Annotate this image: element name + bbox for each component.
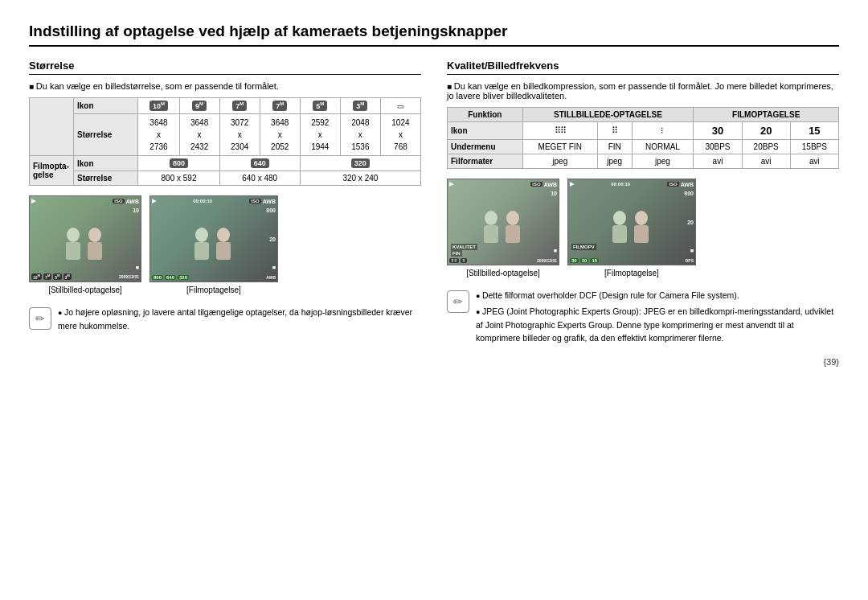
- right-note-text: Dette filformat overholder DCF (Design r…: [476, 289, 839, 344]
- cam-left-iso: ISO: [113, 199, 124, 203]
- right-section-title: Kvalitet/Billedfrekvens: [447, 60, 839, 75]
- cam-left-7m: 7M: [43, 273, 51, 280]
- qual-filformater-label: Filformater: [448, 154, 523, 169]
- cam-r-still-awb: AWB: [544, 182, 557, 187]
- size-icon-7m-alt: 7M: [260, 98, 300, 114]
- cam-film-320b: 320: [178, 275, 189, 280]
- ikon-header: Ikon: [74, 98, 138, 114]
- page-number: {39}: [29, 357, 839, 367]
- storrelse-label: Størrelse: [74, 114, 138, 156]
- left-section: Størrelse Du kan vælge en billedstørrels…: [29, 60, 421, 344]
- qual-30bps: 30BPS: [694, 140, 742, 154]
- size-val-9m: 3648x2432: [179, 114, 219, 156]
- qual-icon-medium: ⠿: [597, 122, 632, 140]
- qual-fmt-avi3: avi: [790, 154, 838, 169]
- cam-r-film-awb: AWB: [681, 182, 694, 187]
- left-film-caption: [Filmoptagelse]: [186, 286, 241, 294]
- qual-fmt-jpeg1: jpeg: [522, 154, 597, 169]
- size-val-small: 1024x768: [380, 114, 420, 156]
- cam-film-awb2: AWB: [266, 275, 276, 280]
- cam-film-iso: ISO: [249, 199, 260, 203]
- size-icon-9m: 9M: [179, 98, 219, 114]
- qual-fmt-jpeg2: jpeg: [597, 154, 632, 169]
- cam-r-film-800: 800: [684, 191, 694, 196]
- film-ikon-label: Ikon: [74, 156, 138, 171]
- cam-left-shots2: ■: [136, 265, 139, 270]
- cam-left-awb: AWB: [126, 199, 139, 204]
- cam-r-still-iso: ISO: [530, 182, 542, 187]
- qual-icon-coarse: ⁝: [632, 122, 694, 140]
- right-note-box: ✏ Dette filformat overholder DCF (Design…: [447, 289, 839, 344]
- right-still-screen: ▶ ISO AWB 10 ■ KVALITE: [447, 179, 559, 265]
- cam-r-film-filmopr: FILMOPV: [571, 244, 596, 250]
- size-val-3m: 2048x1536: [340, 114, 380, 156]
- right-preview-still: ▶ ISO AWB 10 ■ KVALITE: [447, 179, 559, 277]
- left-intro: Du kan vælge en billedstørrelse, som er …: [29, 81, 421, 91]
- qual-fmt-avi1: avi: [694, 154, 742, 169]
- qual-funktion-header: Funktion: [448, 108, 523, 122]
- qual-20bps: 20BPS: [742, 140, 790, 154]
- size-icon-10m: 10M: [138, 98, 179, 114]
- cam-left-3m: 3M: [63, 273, 72, 280]
- cam-r-film-iso: ISO: [667, 182, 678, 187]
- cam-r-film-sq: ■: [690, 248, 694, 253]
- cam-r-film-30: 30: [570, 258, 579, 263]
- qual-meget-fin: MEGET FIN: [522, 140, 597, 154]
- quality-table: Funktion STILLBILLEDE-OPTAGELSE FILMOPTA…: [447, 107, 839, 169]
- film-icon-320: 320: [300, 156, 420, 171]
- page-title: Indstilling af optagelse ved hjælp af ka…: [29, 23, 839, 47]
- filmopta-label: Filmopta-gelse: [30, 156, 74, 186]
- right-preview-row: ▶ ISO AWB 10 ■ KVALITE: [447, 179, 839, 277]
- qual-ikon-label: Ikon: [448, 122, 523, 140]
- size-val-7m: 3072x2304: [219, 114, 260, 156]
- cam-film-800b: 800: [152, 275, 163, 280]
- qual-icon-30: 30: [694, 122, 742, 140]
- cam-r-still-10: 10: [551, 191, 557, 196]
- cam-left-10m: 10M: [31, 273, 42, 280]
- film-storrelse-label: Størrelse: [74, 171, 138, 186]
- qual-fmt-jpeg3: jpeg: [632, 154, 694, 169]
- note-icon-left: ✏: [29, 307, 51, 330]
- right-still-caption: [Stillbilled-optagelse]: [466, 269, 540, 277]
- qual-icon-15: 15: [790, 122, 838, 140]
- qual-icon-20: 20: [742, 122, 790, 140]
- left-still-screen: ▶ ISO AWB 10 ■: [29, 195, 141, 282]
- cam-film-top-icon: ▶: [152, 198, 156, 204]
- qual-15bps: 15BPS: [790, 140, 838, 154]
- size-table: Ikon 10M 9M 7M 7M 5M 3M ▭ Størrelse 3648…: [29, 97, 421, 186]
- size-val-7m-alt: 3648x2052: [260, 114, 300, 156]
- film-size-320: 320 x 240: [300, 171, 420, 186]
- cam-left-top-icon: ▶: [31, 198, 35, 204]
- cam-r-film-dps: DPS: [686, 258, 694, 263]
- left-preview-row: ▶ ISO AWB 10 ■: [29, 195, 421, 294]
- left-section-title: Størrelse: [29, 60, 421, 75]
- qual-fin: FIN: [597, 140, 632, 154]
- cam-film-640: 20: [269, 236, 276, 242]
- cam-left-date: 2009/12/01: [119, 274, 139, 279]
- size-val-5m: 2592x1944: [300, 114, 340, 156]
- cam-r-still-grid2: ⠿: [461, 258, 467, 263]
- qual-normal: NORMAL: [632, 140, 694, 154]
- cam-r-film-20b: 20: [580, 258, 589, 263]
- left-note-text: Jo højere opløsning, jo lavere antal til…: [58, 306, 421, 332]
- size-icon-small: ▭: [380, 98, 420, 114]
- right-film-caption: [Filmoptagelse]: [604, 269, 659, 277]
- cam-film-timer: 00:00:10: [193, 199, 212, 203]
- cam-r-still-date: 2009/12/01: [537, 258, 557, 263]
- film-icon-640: 640: [219, 156, 300, 171]
- left-still-caption: [Stillbilled-optagelse]: [48, 286, 122, 294]
- size-icon-5m: 5M: [300, 98, 340, 114]
- right-preview-film: ▶ 00:00:10 ISO AWB 800 20 ■: [567, 179, 696, 277]
- left-note-box: ✏ Jo højere opløsning, jo lavere antal t…: [29, 306, 421, 332]
- left-preview-still: ▶ ISO AWB 10 ■: [29, 195, 141, 294]
- qual-film-header: FILMOPTAGELSE: [694, 108, 839, 122]
- cam-r-still-sq: ■: [554, 248, 557, 253]
- cam-film-320: ■: [272, 265, 276, 270]
- note-icon-right: ✏: [447, 290, 469, 313]
- cam-r-film-20: 20: [687, 220, 694, 225]
- cam-r-film-timer: 00:00:10: [611, 182, 630, 187]
- film-size-640: 640 x 480: [219, 171, 300, 186]
- qual-icon-fine: ⠿⠿: [522, 122, 597, 140]
- cam-r-still-top: ▶: [449, 181, 453, 187]
- size-val-10m: 3648x2736: [138, 114, 179, 156]
